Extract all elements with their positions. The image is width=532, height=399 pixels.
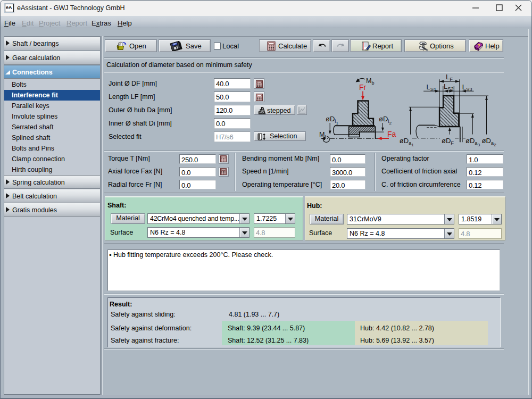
- svg-text:LS1: LS1: [427, 83, 437, 92]
- svg-text:øDi1: øDi1: [326, 115, 338, 126]
- svg-text:Fa: Fa: [387, 130, 396, 138]
- svg-text:Fr: Fr: [359, 83, 367, 92]
- svg-text:Mt: Mt: [319, 131, 326, 139]
- svg-text:øDi2: øDi2: [379, 115, 392, 126]
- svg-text:Mb: Mb: [366, 77, 374, 86]
- svg-text:?: ?: [477, 43, 480, 48]
- svg-text:LS2: LS2: [444, 82, 454, 92]
- svg-text:øDa2: øDa2: [482, 137, 497, 147]
- svg-text:LF: LF: [446, 73, 453, 82]
- svg-text:øDa3: øDa3: [466, 137, 480, 147]
- svg-text:øDF: øDF: [442, 137, 454, 146]
